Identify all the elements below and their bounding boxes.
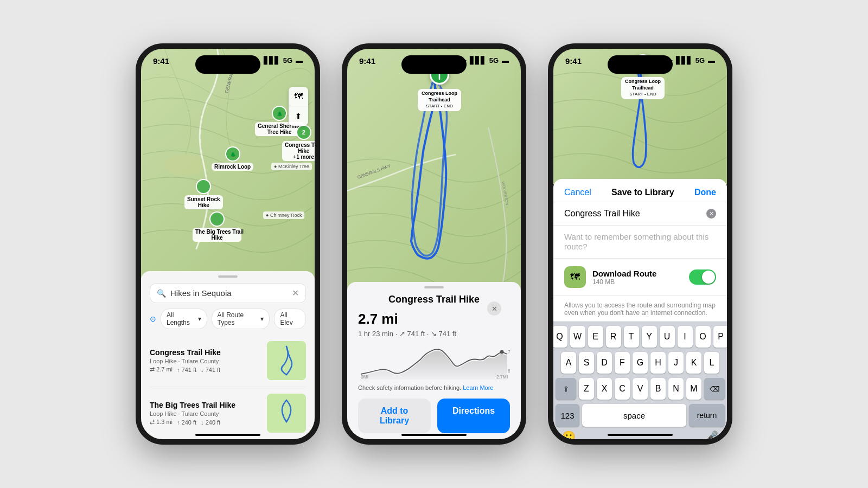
directions-button[interactable]: Directions — [437, 399, 510, 433]
save-name-field[interactable]: Congress Trail Hike ✕ — [553, 202, 727, 226]
save-notes-field[interactable]: Want to remember something about this ro… — [553, 226, 727, 259]
backspace-key[interactable]: ⌫ — [704, 378, 725, 400]
microphone-icon[interactable]: 🎤 — [705, 430, 718, 443]
svg-text:0MI: 0MI — [361, 374, 368, 380]
done-button[interactable]: Done — [694, 188, 716, 197]
map-pin-bigtrees[interactable]: The Big Trees TrailHike — [193, 211, 241, 242]
pin-label-congress: Congress TrailHike+1 more — [282, 141, 315, 161]
key-r[interactable]: R — [606, 326, 621, 348]
key-m[interactable]: M — [686, 378, 701, 400]
filter-row: ⊙ All Lengths ▾ All Route Types ▾ All El… — [150, 309, 306, 329]
safety-note: Check safety information before hiking. … — [358, 384, 510, 391]
filter-lengths[interactable]: All Lengths ▾ — [161, 309, 207, 329]
svg-point-7 — [214, 216, 220, 222]
filter-elev-label: All Elev — [280, 311, 300, 326]
notes-placeholder: Want to remember something about this ro… — [564, 232, 709, 251]
trail-stats-congress: ⇄ 2.7 mi↑ 741 ft↓ 741 ft — [150, 366, 260, 373]
svg-point-6 — [200, 183, 207, 190]
dynamic-island-2 — [401, 55, 467, 74]
key-f[interactable]: F — [615, 352, 630, 374]
card-title: Congress Trail Hike — [358, 294, 510, 305]
filter-elev[interactable]: All Elev — [274, 309, 306, 329]
pin-label-bigtrees: The Big Trees TrailHike — [193, 228, 241, 242]
shift-key[interactable]: ⇧ — [556, 378, 576, 400]
location-filter[interactable]: ⊙ — [150, 314, 156, 323]
key-w[interactable]: W — [570, 326, 585, 348]
card-header: Congress Trail Hike ✕ — [358, 294, 510, 305]
return-key[interactable]: return — [689, 404, 725, 427]
drag-indicator-1 — [218, 275, 238, 278]
key-c[interactable]: C — [615, 378, 630, 400]
key-i[interactable]: I — [678, 326, 693, 348]
key-v[interactable]: V — [633, 378, 648, 400]
trail-name-input[interactable]: Congress Trail Hike — [564, 209, 702, 219]
key-b[interactable]: B — [650, 378, 666, 400]
key-y[interactable]: Y — [642, 326, 657, 348]
key-s[interactable]: S — [579, 352, 594, 374]
key-d[interactable]: D — [597, 352, 612, 374]
key-q[interactable]: Q — [552, 326, 567, 348]
clear-name-button[interactable]: ✕ — [706, 209, 716, 219]
kb-icons-row: 🙂 🎤 — [556, 429, 725, 444]
pin-label-sunset: Sunset RockHike — [184, 195, 223, 209]
key-x[interactable]: X — [597, 378, 612, 400]
svg-text:🌲: 🌲 — [277, 111, 283, 117]
key-n[interactable]: N — [668, 378, 684, 400]
signal-icon-2: ▋▋▋ — [470, 56, 486, 65]
numbers-key[interactable]: 123 — [556, 404, 579, 427]
download-toggle[interactable] — [689, 269, 716, 285]
trail-stats-bigtrees: ⇄ 1.3 mi↑ 240 ft↓ 240 ft — [150, 419, 260, 426]
trailhead-label: Congress LoopTrailheadSTART • END — [418, 89, 461, 111]
key-h[interactable]: H — [650, 352, 666, 374]
layers-button[interactable]: 🗺 — [289, 87, 308, 106]
download-route-icon: 🗺 — [564, 266, 586, 288]
search-bar-1[interactable]: 🔍 Hikes in Sequoia ✕ — [150, 283, 306, 303]
trail-name-bigtrees: The Big Trees Trail Hike — [150, 401, 260, 409]
map-pin-congress[interactable]: 2 Congress TrailHike+1 more — [282, 125, 315, 161]
key-p[interactable]: P — [713, 326, 729, 348]
filter-types[interactable]: All Route Types ▾ — [212, 309, 270, 329]
close-button[interactable]: ✕ — [487, 301, 501, 316]
home-indicator-2 — [401, 434, 467, 436]
map-pin-sunset[interactable]: Sunset RockHike — [184, 179, 223, 209]
emoji-icon[interactable]: 🙂 — [562, 430, 576, 443]
battery-icon-1: ▬ — [296, 56, 303, 65]
download-info: Download Route 140 MB — [592, 269, 682, 286]
add-to-library-button[interactable]: Add to Library — [358, 399, 431, 433]
key-k[interactable]: K — [686, 352, 701, 374]
compass-button[interactable]: ⬆ — [289, 106, 308, 126]
key-l[interactable]: L — [704, 352, 719, 374]
pin-circle-rimrock: 🌲 — [225, 146, 240, 162]
status-icons-2: ➤ ▋▋▋ 5G ▬ — [461, 56, 509, 65]
key-o[interactable]: O — [695, 326, 711, 348]
key-e[interactable]: E — [588, 326, 603, 348]
phone-3: 9:41 ➤ ▋▋▋ 5G ▬ Congress LoopTrailhea — [548, 43, 732, 445]
learn-more-link[interactable]: Learn More — [463, 384, 493, 391]
trail-item-congress[interactable]: Congress Trail Hike Loop Hike · Tulare C… — [150, 335, 306, 387]
status-time-2: 9:41 — [359, 56, 375, 66]
drag-indicator-2 — [424, 286, 444, 288]
space-key[interactable]: space — [582, 404, 686, 427]
pin-circle: 🌲 — [272, 106, 287, 121]
key-u[interactable]: U — [660, 326, 675, 348]
svg-text:6,800FT: 6,800FT — [508, 368, 510, 374]
key-g[interactable]: G — [633, 352, 648, 374]
dialog-header: Cancel Save to Library Done — [553, 179, 727, 202]
search-text[interactable]: Hikes in Sequoia — [170, 288, 288, 298]
toggle-knob — [702, 271, 715, 284]
home-indicator-1 — [195, 434, 260, 436]
trail-elev-down: ↘ 741 ft — [431, 330, 456, 338]
key-t[interactable]: T — [624, 326, 639, 348]
trail-item-bigtrees[interactable]: The Big Trees Trail Hike Loop Hike · Tul… — [150, 387, 306, 440]
network-3: 5G — [695, 56, 705, 65]
trail-item-crescent[interactable]: Crescent Meadow Hike — [150, 440, 306, 445]
key-z[interactable]: Z — [579, 378, 594, 400]
cancel-button[interactable]: Cancel — [564, 188, 591, 197]
search-clear[interactable]: ✕ — [292, 288, 299, 298]
key-j[interactable]: J — [668, 352, 684, 374]
pin-circle-bigtrees — [209, 211, 225, 227]
map-pin-rimrock[interactable]: 🌲 Rimrock Loop — [212, 146, 253, 171]
key-a[interactable]: A — [561, 352, 576, 374]
kb-row-4: 123 space return — [556, 404, 725, 427]
svg-text:🌲: 🌲 — [229, 151, 236, 158]
